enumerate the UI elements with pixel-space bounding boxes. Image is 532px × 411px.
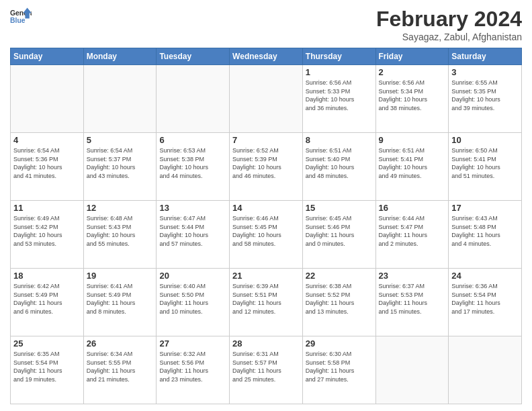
- calendar-cell: 11Sunrise: 6:49 AMSunset: 5:42 PMDayligh…: [11, 201, 84, 269]
- day-info: Sunrise: 6:51 AMSunset: 5:40 PMDaylight:…: [306, 146, 373, 180]
- header-thursday: Thursday: [302, 48, 375, 65]
- day-info: Sunrise: 6:41 AMSunset: 5:49 PMDaylight:…: [87, 282, 154, 316]
- calendar-cell: 2Sunrise: 6:56 AMSunset: 5:34 PMDaylight…: [375, 65, 449, 133]
- day-number: 16: [379, 203, 446, 213]
- calendar-week-2: 11Sunrise: 6:49 AMSunset: 5:42 PMDayligh…: [11, 201, 522, 269]
- day-info: Sunrise: 6:30 AMSunset: 5:58 PMDaylight:…: [306, 350, 373, 383]
- calendar-cell: 12Sunrise: 6:48 AMSunset: 5:43 PMDayligh…: [83, 201, 157, 269]
- calendar-cell: 3Sunrise: 6:55 AMSunset: 5:35 PMDaylight…: [449, 65, 522, 133]
- calendar-cell: 24Sunrise: 6:36 AMSunset: 5:54 PMDayligh…: [449, 269, 522, 336]
- day-info: Sunrise: 6:32 AMSunset: 5:56 PMDaylight:…: [159, 350, 226, 383]
- calendar-title: February 2024: [376, 7, 522, 32]
- calendar-cell: 6Sunrise: 6:53 AMSunset: 5:38 PMDaylight…: [157, 133, 230, 201]
- day-info: Sunrise: 6:53 AMSunset: 5:38 PMDaylight:…: [159, 146, 226, 180]
- day-info: Sunrise: 6:51 AMSunset: 5:41 PMDaylight:…: [379, 146, 446, 180]
- day-number: 28: [232, 338, 300, 349]
- logo-icon: General Blue: [10, 7, 32, 26]
- day-info: Sunrise: 6:55 AMSunset: 5:35 PMDaylight:…: [451, 79, 519, 112]
- day-number: 3: [451, 67, 519, 77]
- day-number: 21: [232, 271, 300, 281]
- day-number: 20: [159, 271, 226, 281]
- day-info: Sunrise: 6:49 AMSunset: 5:42 PMDaylight:…: [13, 214, 81, 248]
- calendar-cell: 22Sunrise: 6:38 AMSunset: 5:52 PMDayligh…: [302, 269, 375, 336]
- day-number: 8: [306, 135, 373, 145]
- day-info: Sunrise: 6:56 AMSunset: 5:34 PMDaylight:…: [379, 79, 446, 112]
- day-number: 5: [87, 135, 154, 145]
- calendar-cell: 28Sunrise: 6:31 AMSunset: 5:57 PMDayligh…: [230, 336, 303, 404]
- day-number: 26: [87, 338, 154, 349]
- day-info: Sunrise: 6:50 AMSunset: 5:41 PMDaylight:…: [451, 146, 519, 180]
- calendar-cell: 27Sunrise: 6:32 AMSunset: 5:56 PMDayligh…: [157, 336, 230, 404]
- calendar-cell: [230, 65, 303, 133]
- calendar-week-1: 4Sunrise: 6:54 AMSunset: 5:36 PMDaylight…: [11, 133, 522, 201]
- calendar-cell: [11, 65, 84, 133]
- day-info: Sunrise: 6:37 AMSunset: 5:53 PMDaylight:…: [379, 282, 446, 316]
- day-number: 23: [379, 271, 446, 281]
- calendar-cell: [83, 65, 157, 133]
- day-number: 13: [159, 203, 226, 213]
- day-number: 24: [451, 271, 519, 281]
- day-number: 12: [87, 203, 154, 213]
- header-wednesday: Wednesday: [230, 48, 303, 65]
- day-number: 9: [379, 135, 446, 145]
- calendar-cell: 18Sunrise: 6:42 AMSunset: 5:49 PMDayligh…: [11, 269, 84, 336]
- calendar-cell: 20Sunrise: 6:40 AMSunset: 5:50 PMDayligh…: [157, 269, 230, 336]
- day-number: 6: [159, 135, 226, 145]
- calendar-cell: 21Sunrise: 6:39 AMSunset: 5:51 PMDayligh…: [230, 269, 303, 336]
- day-number: 14: [232, 203, 300, 213]
- day-number: 17: [451, 203, 519, 213]
- calendar-cell: 25Sunrise: 6:35 AMSunset: 5:54 PMDayligh…: [11, 336, 84, 404]
- calendar-cell: [449, 336, 522, 404]
- day-info: Sunrise: 6:39 AMSunset: 5:51 PMDaylight:…: [232, 282, 300, 316]
- calendar-cell: 29Sunrise: 6:30 AMSunset: 5:58 PMDayligh…: [302, 336, 375, 404]
- day-number: 25: [13, 338, 81, 349]
- day-info: Sunrise: 6:40 AMSunset: 5:50 PMDaylight:…: [159, 282, 226, 316]
- calendar-cell: 15Sunrise: 6:45 AMSunset: 5:46 PMDayligh…: [302, 201, 375, 269]
- day-info: Sunrise: 6:45 AMSunset: 5:46 PMDaylight:…: [306, 214, 373, 248]
- calendar-cell: 8Sunrise: 6:51 AMSunset: 5:40 PMDaylight…: [302, 133, 375, 201]
- day-number: 10: [451, 135, 519, 145]
- calendar-cell: 10Sunrise: 6:50 AMSunset: 5:41 PMDayligh…: [449, 133, 522, 201]
- calendar-cell: 26Sunrise: 6:34 AMSunset: 5:55 PMDayligh…: [83, 336, 157, 404]
- day-number: 19: [87, 271, 154, 281]
- calendar-table: Sunday Monday Tuesday Wednesday Thursday…: [10, 48, 522, 404]
- day-info: Sunrise: 6:54 AMSunset: 5:37 PMDaylight:…: [87, 146, 154, 180]
- svg-text:Blue: Blue: [10, 17, 26, 24]
- day-info: Sunrise: 6:36 AMSunset: 5:54 PMDaylight:…: [451, 282, 519, 316]
- day-number: 2: [379, 67, 446, 77]
- calendar-cell: [375, 336, 449, 404]
- day-info: Sunrise: 6:38 AMSunset: 5:52 PMDaylight:…: [306, 282, 373, 316]
- day-number: 1: [306, 67, 373, 77]
- header-sunday: Sunday: [11, 48, 84, 65]
- calendar-cell: 9Sunrise: 6:51 AMSunset: 5:41 PMDaylight…: [375, 133, 449, 201]
- header-tuesday: Tuesday: [157, 48, 230, 65]
- day-info: Sunrise: 6:54 AMSunset: 5:36 PMDaylight:…: [13, 146, 81, 180]
- day-info: Sunrise: 6:46 AMSunset: 5:45 PMDaylight:…: [232, 214, 300, 248]
- calendar-cell: 4Sunrise: 6:54 AMSunset: 5:36 PMDaylight…: [11, 133, 84, 201]
- logo: General Blue: [10, 7, 32, 26]
- calendar-week-4: 25Sunrise: 6:35 AMSunset: 5:54 PMDayligh…: [11, 336, 522, 404]
- calendar-cell: 19Sunrise: 6:41 AMSunset: 5:49 PMDayligh…: [83, 269, 157, 336]
- calendar-subtitle: Sayagaz, Zabul, Afghanistan: [376, 32, 522, 42]
- calendar-cell: 1Sunrise: 6:56 AMSunset: 5:33 PMDaylight…: [302, 65, 375, 133]
- day-info: Sunrise: 6:35 AMSunset: 5:54 PMDaylight:…: [13, 350, 81, 383]
- day-number: 22: [306, 271, 373, 281]
- day-info: Sunrise: 6:56 AMSunset: 5:33 PMDaylight:…: [306, 79, 373, 112]
- calendar-week-3: 18Sunrise: 6:42 AMSunset: 5:49 PMDayligh…: [11, 269, 522, 336]
- day-number: 4: [13, 135, 81, 145]
- day-number: 18: [13, 271, 81, 281]
- calendar-header-row: Sunday Monday Tuesday Wednesday Thursday…: [11, 48, 522, 65]
- day-number: 11: [13, 203, 81, 213]
- day-number: 27: [159, 338, 226, 349]
- header-friday: Friday: [375, 48, 449, 65]
- day-info: Sunrise: 6:34 AMSunset: 5:55 PMDaylight:…: [87, 350, 154, 383]
- calendar-cell: 23Sunrise: 6:37 AMSunset: 5:53 PMDayligh…: [375, 269, 449, 336]
- day-info: Sunrise: 6:42 AMSunset: 5:49 PMDaylight:…: [13, 282, 81, 316]
- calendar-cell: 7Sunrise: 6:52 AMSunset: 5:39 PMDaylight…: [230, 133, 303, 201]
- day-info: Sunrise: 6:44 AMSunset: 5:47 PMDaylight:…: [379, 214, 446, 248]
- day-info: Sunrise: 6:31 AMSunset: 5:57 PMDaylight:…: [232, 350, 300, 383]
- day-info: Sunrise: 6:48 AMSunset: 5:43 PMDaylight:…: [87, 214, 154, 248]
- day-info: Sunrise: 6:47 AMSunset: 5:44 PMDaylight:…: [159, 214, 226, 248]
- calendar-cell: 17Sunrise: 6:43 AMSunset: 5:48 PMDayligh…: [449, 201, 522, 269]
- calendar-cell: 16Sunrise: 6:44 AMSunset: 5:47 PMDayligh…: [375, 201, 449, 269]
